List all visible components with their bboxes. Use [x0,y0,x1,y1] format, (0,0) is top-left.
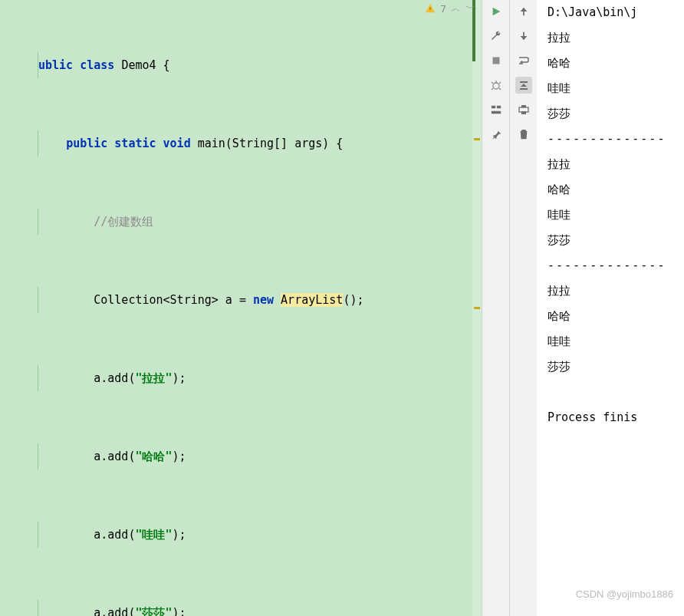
chevron-up-icon[interactable]: ︿ [451,2,461,15]
console-output[interactable]: D:\Java\bin\j 拉拉 哈哈 哇哇 莎莎 --------------… [537,0,684,616]
stripe-warning-marker[interactable] [474,138,480,140]
svg-rect-2 [491,106,495,109]
run-icon[interactable] [488,3,505,20]
console-separator: -------------- [548,253,684,278]
jvm-path: D:\Java\bin\j [548,0,684,25]
console-separator: -------------- [548,127,684,152]
scroll-to-end-icon[interactable] [515,77,532,94]
console-line: 哇哇 [548,329,684,354]
console-line: 哇哇 [548,203,684,228]
trash-icon[interactable] [515,126,532,143]
wrench-icon[interactable] [488,28,505,44]
stop-icon[interactable] [488,52,505,69]
console-line: 哈哈 [548,51,684,76]
arrow-up-icon[interactable] [515,3,532,20]
svg-rect-3 [496,106,500,109]
warning-icon [425,3,436,14]
watermark: CSDN @yojimbo1886 [576,581,673,607]
process-exit: Process finis [548,405,684,430]
layout-icon[interactable] [488,101,505,118]
run-toolbar [482,0,509,616]
console-line: 哈哈 [548,177,684,203]
console-line: 莎莎 [548,228,684,253]
svg-point-1 [493,83,499,89]
console-line: 拉拉 [548,25,684,51]
stripe-change-marker [472,31,475,61]
pin-icon[interactable] [488,126,505,143]
console-line: 拉拉 [548,152,684,177]
code-editor[interactable]: 7 ︿ ﹀ ublic class Demo4 { public static … [0,0,482,616]
inspections-widget[interactable]: 7 ︿ ﹀ [425,2,475,15]
stripe-warning-marker[interactable] [474,307,480,309]
console-line: 拉拉 [548,278,684,304]
error-stripe[interactable] [472,0,482,616]
svg-rect-0 [492,58,499,64]
console-line: 哈哈 [548,304,684,329]
svg-rect-7 [521,111,526,114]
soft-wrap-icon[interactable] [515,52,532,69]
console-line: 哇哇 [548,76,684,101]
console-line: 莎莎 [548,101,684,127]
svg-rect-6 [521,105,526,107]
code-text[interactable]: ublic class Demo4 { public static void m… [0,0,482,616]
svg-rect-4 [491,111,500,114]
bug-icon[interactable] [488,77,505,94]
print-icon[interactable] [515,101,532,118]
inspection-count: 7 [440,3,446,15]
console-line: 莎莎 [548,354,684,380]
chevron-down-icon[interactable]: ﹀ [465,2,475,15]
console-toolbar [509,0,537,616]
arrow-down-icon[interactable] [515,28,532,44]
